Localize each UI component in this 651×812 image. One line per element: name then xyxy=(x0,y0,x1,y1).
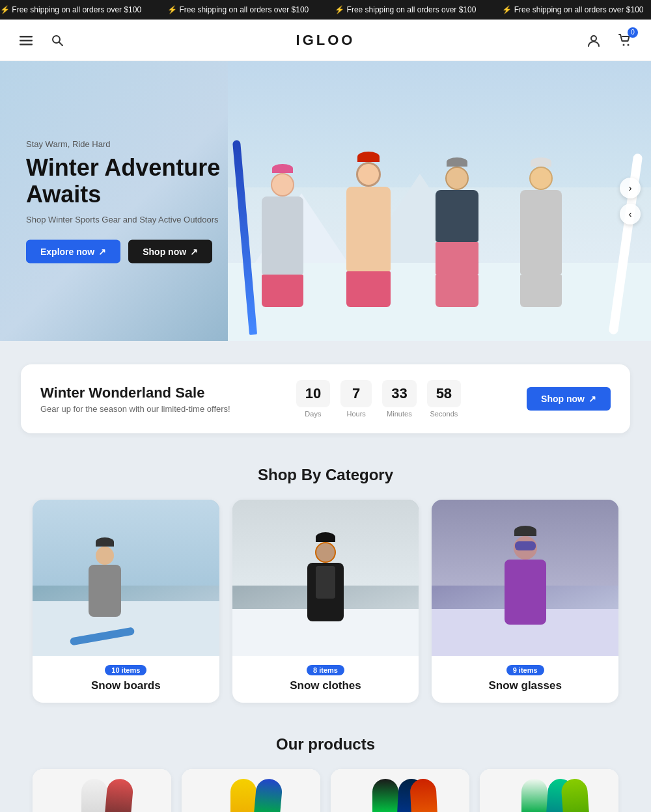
products-grid xyxy=(33,769,618,812)
explore-now-button[interactable]: Explore now ↗ xyxy=(26,239,120,263)
helmet-2 xyxy=(357,152,380,162)
snowboard-4a xyxy=(521,779,547,812)
hero-title: Winter Adventure Awaits xyxy=(26,154,260,208)
cart-badge: 0 xyxy=(628,27,638,38)
snowboard-2a xyxy=(230,779,256,812)
sale-subtitle: Gear up for the season with our limited-… xyxy=(40,404,230,414)
ticker-item: ⚡ Free shipping on all orders over $100 xyxy=(335,5,476,14)
skier-figure-1 xyxy=(89,537,121,617)
header-left xyxy=(16,30,68,51)
person-4 xyxy=(520,157,562,307)
countdown-timer: 10 Days 7 Hours 33 Minutes 58 Seconds xyxy=(296,380,461,418)
category-badge-2: 8 items xyxy=(307,665,344,675)
sale-shop-now-button[interactable]: Shop now ↗ xyxy=(527,387,611,411)
helmet-3 xyxy=(447,157,467,167)
vest-3 xyxy=(436,190,478,242)
cat-art-1 xyxy=(33,500,219,656)
snowboard-4c xyxy=(561,778,592,812)
category-image-glasses xyxy=(432,500,618,656)
category-badge-1: 10 items xyxy=(105,665,146,675)
snowboard-2b xyxy=(251,778,283,812)
logo[interactable]: IGLOO xyxy=(296,32,355,49)
shop-now-button[interactable]: Shop now ↗ xyxy=(128,239,212,263)
svg-rect-0 xyxy=(20,36,33,38)
product-image-1 xyxy=(33,769,171,812)
hero-image xyxy=(228,61,651,341)
product-card-4[interactable] xyxy=(480,769,618,812)
category-card-glasses[interactable]: 9 items Snow glasses xyxy=(432,500,618,703)
hero-subtitle: Shop Winter Sports Gear and Stay Active … xyxy=(26,214,260,224)
person-2 xyxy=(346,152,391,307)
header: IGLOO 0 xyxy=(0,20,651,61)
menu-button[interactable] xyxy=(16,30,36,51)
ticker-item: ⚡ Free shipping on all orders over $100 xyxy=(167,5,309,14)
product-card-2[interactable] xyxy=(182,769,320,812)
arrow-icon: ↗ xyxy=(98,246,106,256)
sky-1 xyxy=(33,500,219,586)
categories-section: Shop By Category xyxy=(0,446,651,722)
svg-point-6 xyxy=(623,44,625,46)
person-clothes xyxy=(307,532,344,621)
header-right: 0 xyxy=(583,30,635,51)
product-card-1[interactable] xyxy=(33,769,171,812)
hero-art xyxy=(228,61,651,341)
ticker-item: ⚡ Free shipping on all orders over $100 xyxy=(502,5,643,14)
svg-rect-1 xyxy=(20,40,33,42)
face-4 xyxy=(529,167,553,190)
announcement-ticker: ⚡ Free shipping on all orders over $100 … xyxy=(0,0,651,20)
person-1 xyxy=(262,164,303,307)
suit-g xyxy=(505,560,546,625)
search-button[interactable] xyxy=(47,30,68,51)
snowboard-1a xyxy=(81,779,107,812)
countdown-hours: 7 Hours xyxy=(340,380,372,418)
snowboard-1b xyxy=(102,778,133,812)
body-1 xyxy=(262,196,303,275)
category-info-1: 10 items Snow boards xyxy=(33,656,219,703)
suit xyxy=(89,565,121,617)
category-image-clothes xyxy=(232,500,419,656)
hero-eyebrow: Stay Warm, Ride Hard xyxy=(26,139,260,149)
countdown-days: 10 Days xyxy=(296,380,330,418)
face xyxy=(96,547,114,565)
face-3 xyxy=(445,167,469,190)
person-glasses xyxy=(505,526,546,625)
goggles xyxy=(515,541,536,550)
category-badge-3: 9 items xyxy=(506,665,544,675)
snowboard-3a xyxy=(372,779,398,812)
face-2 xyxy=(356,162,381,187)
pants-1 xyxy=(262,275,303,307)
sale-banner: Winter Wonderland Sale Gear up for the s… xyxy=(21,364,630,433)
hero-prev-button[interactable]: ‹ xyxy=(620,204,641,224)
category-card-snowboards[interactable]: 10 items Snow boards xyxy=(33,500,219,703)
body-2 xyxy=(346,187,391,271)
helmet xyxy=(96,537,114,547)
products-title: Our products xyxy=(13,735,638,753)
hero-next-button[interactable]: › xyxy=(620,178,641,198)
helmet-4 xyxy=(531,157,551,167)
product-card-3[interactable] xyxy=(331,769,469,812)
category-name-2: Snow clothes xyxy=(243,679,409,692)
suit-c xyxy=(307,563,344,621)
svg-point-5 xyxy=(591,36,596,41)
account-button[interactable] xyxy=(583,30,604,51)
cart-button[interactable]: 0 xyxy=(615,30,635,51)
account-icon xyxy=(587,33,601,47)
search-icon xyxy=(51,34,64,47)
countdown-seconds: 58 Seconds xyxy=(427,380,461,418)
helmet-1 xyxy=(272,164,293,173)
category-grid: 10 items Snow boards xyxy=(33,500,618,703)
body-lower-3 xyxy=(436,242,478,275)
category-info-2: 8 items Snow clothes xyxy=(232,656,419,703)
helmet-c xyxy=(316,532,335,542)
category-card-clothes[interactable]: 8 items Snow clothes xyxy=(232,500,419,703)
person-3 xyxy=(436,157,478,307)
categories-title: Shop By Category xyxy=(13,466,638,484)
sale-text: Winter Wonderland Sale Gear up for the s… xyxy=(40,385,230,414)
product-image-3 xyxy=(331,769,469,812)
hero-buttons: Explore now ↗ Shop now ↗ xyxy=(26,239,260,263)
ticker-inner: ⚡ Free shipping on all orders over $100 … xyxy=(0,5,651,14)
ticker-item: ⚡ Free shipping on all orders over $100 xyxy=(0,5,141,14)
pants-4 xyxy=(520,275,562,307)
cat-art-3 xyxy=(432,500,618,656)
sale-title: Winter Wonderland Sale xyxy=(40,385,230,401)
